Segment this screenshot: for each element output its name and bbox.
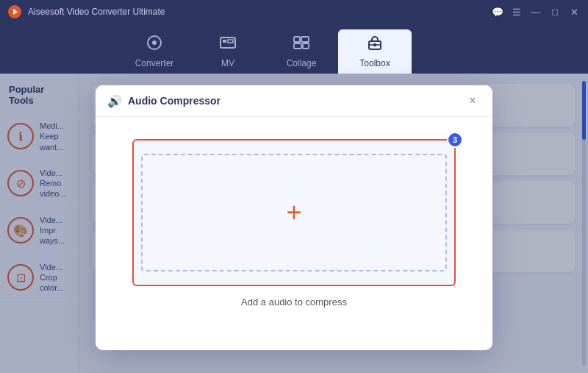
chat-icon[interactable]: 💬 <box>491 5 504 18</box>
tab-collage[interactable]: Collage <box>265 29 338 74</box>
drop-zone-wrapper: 3 + <box>132 139 456 286</box>
drop-zone-inner: + <box>141 154 447 271</box>
dialog-title-icon: 🔊 <box>107 94 122 108</box>
svg-rect-7 <box>294 37 300 42</box>
dialog-close-button[interactable]: × <box>465 93 481 109</box>
drop-zone-badge: 3 <box>447 132 463 148</box>
svg-point-3 <box>152 40 157 45</box>
app-title: Aiseesoft Video Converter Ultimate <box>28 7 165 17</box>
maximize-icon[interactable]: □ <box>548 5 562 18</box>
tab-toolbox-label: Toolbox <box>359 58 390 68</box>
dialog-body: 3 + Add a audio to compress <box>96 117 492 322</box>
svg-rect-6 <box>228 40 233 43</box>
titlebar: Aiseesoft Video Converter Ultimate 💬 ☰ —… <box>0 0 588 24</box>
tab-converter[interactable]: Converter <box>118 29 191 74</box>
tab-collage-label: Collage <box>287 58 317 68</box>
titlebar-left: Aiseesoft Video Converter Ultimate <box>7 4 165 19</box>
converter-icon <box>145 35 164 55</box>
dialog-title: Audio Compressor <box>128 95 220 107</box>
svg-rect-10 <box>303 43 309 49</box>
tab-toolbox[interactable]: Toolbox <box>338 29 412 74</box>
svg-rect-5 <box>223 40 226 43</box>
drop-label: Add a audio to compress <box>241 296 347 308</box>
dialog-header: 🔊 Audio Compressor × <box>96 85 492 117</box>
close-icon[interactable]: ✕ <box>567 5 581 18</box>
titlebar-controls: 💬 ☰ — □ ✕ <box>491 5 581 18</box>
svg-rect-8 <box>301 37 309 42</box>
mv-icon <box>218 35 237 55</box>
navbar: Converter MV Collage <box>0 24 588 74</box>
tab-mv[interactable]: MV <box>191 29 265 74</box>
menu-icon[interactable]: ☰ <box>510 5 523 18</box>
minimize-icon[interactable]: — <box>529 5 542 18</box>
drop-plus-icon: + <box>286 199 301 226</box>
drop-zone[interactable]: + <box>132 139 456 286</box>
toolbox-icon <box>365 35 384 55</box>
svg-rect-13 <box>373 43 376 46</box>
audio-compressor-dialog: 🔊 Audio Compressor × 3 + Add a audio to … <box>96 85 492 350</box>
tab-converter-label: Converter <box>135 58 174 68</box>
dialog-overlay: 🔊 Audio Compressor × 3 + Add a audio to … <box>0 74 588 373</box>
app-logo <box>7 4 22 19</box>
dialog-title-row: 🔊 Audio Compressor <box>107 94 220 108</box>
collage-icon <box>292 35 311 55</box>
svg-rect-9 <box>294 43 301 49</box>
main-content: Popular Tools ℹ Medi... Keep want... ⊘ V… <box>0 74 588 373</box>
tab-mv-label: MV <box>221 58 234 68</box>
